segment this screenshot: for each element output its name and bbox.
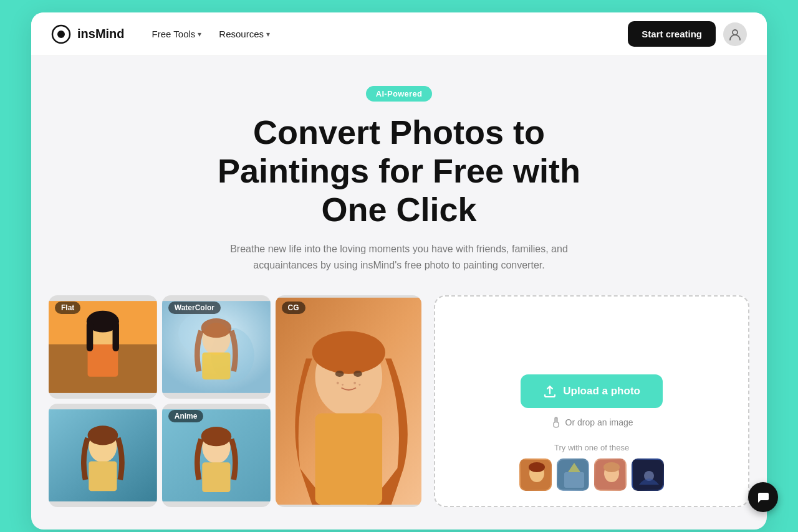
chevron-down-icon: ▾ [198, 30, 201, 39]
cg-image [276, 295, 422, 507]
svg-point-36 [529, 462, 545, 472]
content-area: Flat [31, 295, 767, 530]
logo-icon [51, 24, 71, 44]
nav-menu: Free Tools ▾ Resources ▾ [145, 24, 277, 44]
svg-point-1 [57, 31, 65, 38]
chevron-down-icon: ▾ [266, 30, 270, 39]
svg-point-25 [358, 384, 360, 386]
logo-text: insMind [77, 27, 125, 41]
upload-panel: Upload a photo Or drop an image Try with… [434, 295, 749, 507]
navbar-left: insMind Free Tools ▾ Resources ▾ [51, 24, 277, 44]
svg-rect-33 [89, 462, 117, 492]
gallery-item-cg[interactable]: CG [276, 295, 422, 507]
gallery-item-flat[interactable]: Flat [49, 295, 157, 399]
gallery-item-watercolor[interactable]: WaterColor [162, 295, 271, 399]
nav-resources[interactable]: Resources ▾ [211, 24, 277, 44]
drop-text: Or drop an image [550, 417, 633, 428]
svg-rect-15 [202, 353, 230, 379]
start-creating-button[interactable]: Start creating [628, 21, 716, 47]
cg-label: CG [282, 302, 305, 314]
svg-point-22 [336, 382, 339, 384]
svg-point-19 [335, 371, 344, 378]
gallery-item-flat2[interactable] [49, 404, 157, 507]
main-card: insMind Free Tools ▾ Resources ▾ Start c… [31, 12, 767, 530]
flat-label: Flat [55, 302, 80, 314]
svg-point-24 [353, 382, 356, 384]
svg-point-2 [733, 30, 738, 35]
upload-box[interactable]: Upload a photo Or drop an image Try with… [434, 295, 749, 507]
chat-button[interactable] [748, 482, 778, 512]
svg-point-14 [201, 318, 231, 338]
chat-icon [756, 490, 770, 504]
navbar-right: Start creating [628, 21, 747, 47]
try-thumb-4[interactable] [632, 458, 664, 491]
svg-rect-8 [87, 322, 93, 352]
hero-subtitle: Breathe new life into the loving moments… [224, 241, 574, 273]
try-thumbnails [435, 458, 748, 491]
nav-free-tools[interactable]: Free Tools ▾ [145, 24, 209, 44]
hand-icon [550, 417, 562, 428]
svg-point-42 [603, 462, 620, 472]
gallery-panel: Flat [49, 295, 434, 507]
try-thumb-2[interactable] [557, 458, 589, 491]
svg-rect-38 [564, 472, 584, 488]
navbar: insMind Free Tools ▾ Resources ▾ Start c… [31, 12, 767, 56]
logo[interactable]: insMind [51, 24, 125, 44]
svg-rect-9 [113, 322, 119, 352]
upload-icon [543, 384, 557, 398]
gallery-item-anime[interactable]: Anime [162, 404, 271, 507]
hero-title: Convert Photos to Paintings for Free wit… [181, 113, 617, 229]
svg-point-32 [88, 426, 118, 445]
svg-point-28 [201, 427, 231, 446]
user-avatar-button[interactable] [723, 22, 747, 46]
svg-point-18 [312, 331, 385, 374]
svg-rect-21 [315, 414, 382, 505]
try-section: Try with one of these [435, 443, 748, 491]
hero-section: AI-Powered Convert Photos to Paintings f… [31, 56, 767, 295]
try-label: Try with one of these [435, 443, 748, 452]
anime-label: Anime [168, 410, 204, 422]
svg-point-23 [342, 384, 344, 386]
svg-point-20 [353, 371, 362, 378]
svg-rect-29 [202, 463, 230, 493]
upload-photo-button[interactable]: Upload a photo [521, 374, 663, 408]
try-thumb-1[interactable] [519, 458, 552, 491]
flat2-image [49, 404, 157, 507]
watercolor-label: WaterColor [168, 302, 221, 314]
try-thumb-3[interactable] [594, 458, 627, 491]
gallery-grid: Flat [49, 295, 421, 507]
ai-badge: AI-Powered [366, 86, 433, 102]
